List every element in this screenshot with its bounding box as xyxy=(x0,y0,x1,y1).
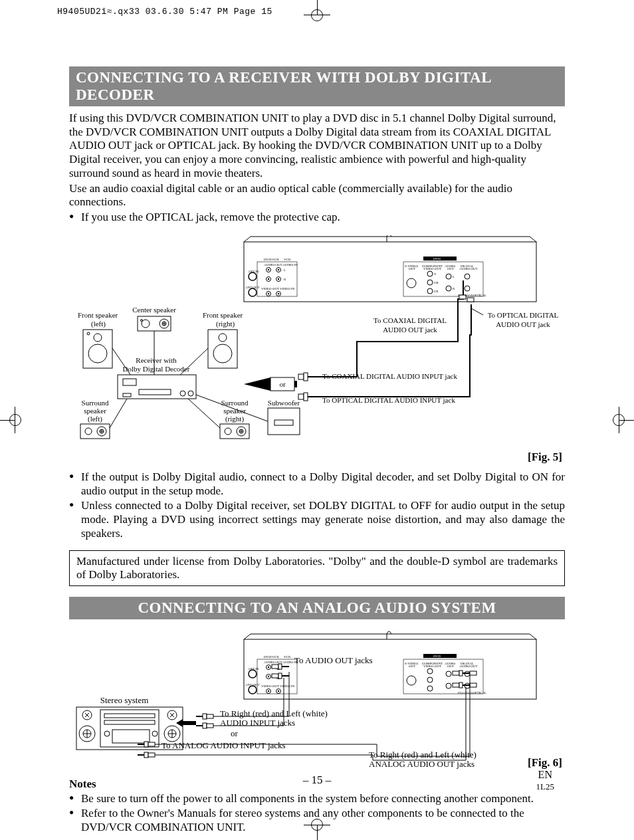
svg-point-25 xyxy=(278,293,279,294)
notes-bullet-1: Be sure to turn off the power to all com… xyxy=(69,792,565,806)
svg-point-14 xyxy=(268,278,269,280)
section-1-title: CONNECTING TO A RECEIVER WITH DOLBY DIGI… xyxy=(69,66,565,106)
svg-text:Front speaker: Front speaker xyxy=(203,311,243,319)
svg-text:OUT: OUT xyxy=(409,665,415,668)
svg-text:speaker: speaker xyxy=(223,407,246,415)
svg-point-149 xyxy=(278,690,279,691)
svg-rect-224 xyxy=(148,753,155,757)
section-1-second: Use an audio coaxial digital cable or an… xyxy=(69,182,565,209)
section-1-bullet-1: If the output is Dolby Digital audio, co… xyxy=(69,471,565,498)
svg-text:or: or xyxy=(231,728,239,738)
svg-rect-111 xyxy=(298,374,304,379)
notes-bullet-2: Refer to the Owner's Manuals for stereo … xyxy=(69,807,565,834)
svg-text:Front speaker: Front speaker xyxy=(78,311,118,319)
svg-line-60 xyxy=(112,348,132,377)
svg-rect-203 xyxy=(100,710,159,747)
svg-rect-185 xyxy=(470,671,476,675)
svg-text:Receiver with: Receiver with xyxy=(136,356,177,364)
svg-rect-72 xyxy=(208,330,237,368)
svg-text:Stereo system: Stereo system xyxy=(100,695,149,705)
svg-text:Center speaker: Center speaker xyxy=(132,306,176,314)
svg-text:OUT: OUT xyxy=(447,267,454,270)
svg-text:or: or xyxy=(279,380,286,388)
svg-text:Y: Y xyxy=(434,272,437,276)
svg-rect-179 xyxy=(453,671,459,675)
svg-point-139 xyxy=(268,675,269,677)
svg-text:speaker: speaker xyxy=(84,407,106,415)
svg-text:DVD/VCR: DVD/VCR xyxy=(264,655,279,659)
svg-text:OUT: OUT xyxy=(447,665,454,668)
svg-rect-221 xyxy=(148,742,155,746)
svg-text:(left): (left) xyxy=(91,320,106,328)
svg-text:AUDIO OUT: AUDIO OUT xyxy=(459,665,478,668)
svg-rect-212 xyxy=(207,714,213,718)
svg-text:DVD: DVD xyxy=(433,655,441,658)
figure-5-label: [Fig. 5] xyxy=(69,451,562,464)
svg-point-135 xyxy=(268,666,269,667)
svg-rect-180 xyxy=(459,671,463,676)
svg-rect-215 xyxy=(207,724,213,728)
svg-rect-126 xyxy=(244,639,536,699)
svg-rect-120 xyxy=(467,298,474,302)
svg-line-75 xyxy=(177,348,208,377)
svg-text:Surround: Surround xyxy=(82,399,109,407)
svg-point-16 xyxy=(278,278,279,280)
svg-line-93 xyxy=(110,399,127,428)
svg-text:AUDIO OUT  jack: AUDIO OUT jack xyxy=(496,320,550,328)
svg-rect-115 xyxy=(298,394,304,399)
svg-line-125 xyxy=(471,308,483,315)
svg-text:AUDIO OUT: AUDIO OUT xyxy=(264,661,282,664)
section-1-intro: If using this DVD/VCR COMBINATION UNIT t… xyxy=(69,112,565,181)
svg-rect-56 xyxy=(83,330,112,368)
svg-text:To COAXIAL DIGITAL: To COAXIAL DIGITAL xyxy=(373,316,447,324)
svg-text:(right): (right) xyxy=(216,320,235,328)
svg-rect-186 xyxy=(470,683,476,687)
svg-text:To AUDIO OUT jacks: To AUDIO OUT jacks xyxy=(294,655,373,665)
svg-text:VIDEO OUT: VIDEO OUT xyxy=(261,287,279,290)
svg-text:DVD: DVD xyxy=(433,257,441,261)
svg-rect-175 xyxy=(272,674,278,678)
footer-code: EN 1L25 xyxy=(536,769,554,792)
crop-mark-left xyxy=(0,407,21,433)
svg-text:L: L xyxy=(284,268,286,272)
section-1-bullet-2: Unless connected to a Dolby Digital rece… xyxy=(69,499,565,540)
svg-text:DVD/VCR: DVD/VCR xyxy=(264,258,279,261)
svg-point-9 xyxy=(268,269,269,270)
svg-text:VCR: VCR xyxy=(284,258,291,261)
svg-point-23 xyxy=(268,293,269,294)
svg-text:VIDEO OUT: VIDEO OUT xyxy=(423,267,441,270)
svg-text:OPTICAL: OPTICAL xyxy=(473,691,486,694)
svg-text:Subwoofer: Subwoofer xyxy=(268,399,300,407)
svg-text:CR: CR xyxy=(434,290,439,293)
svg-rect-211 xyxy=(203,714,207,719)
svg-text:COAXIAL: COAXIAL xyxy=(458,691,473,694)
svg-rect-176 xyxy=(278,673,282,679)
print-job-header: H9405UD2î≈.qx33 03.6.30 5:47 PM Page 15 xyxy=(57,7,272,17)
svg-text:L: L xyxy=(453,275,455,278)
svg-text:To OPTICAL DIGITAL: To OPTICAL DIGITAL xyxy=(488,311,559,319)
svg-point-147 xyxy=(268,690,269,691)
svg-text:AUDIO OUT: AUDIO OUT xyxy=(459,267,478,270)
svg-rect-182 xyxy=(453,683,459,687)
svg-text:AUDIO OUT jack: AUDIO OUT jack xyxy=(383,326,437,334)
crop-mark-right xyxy=(613,407,634,433)
svg-rect-119 xyxy=(459,295,466,299)
svg-rect-116 xyxy=(304,393,308,401)
svg-text:(right): (right) xyxy=(225,415,244,423)
svg-rect-173 xyxy=(278,664,282,669)
svg-text:AUDIO OUT: AUDIO OUT xyxy=(264,263,282,266)
dolby-license-box: Manufactured under license from Dolby La… xyxy=(69,550,565,586)
figure-6-diagram: DVD/VCR VCR AUDIO OUT AUDIO IN ANT.IN AN… xyxy=(69,630,565,770)
svg-text:Dolby Digital Decoder: Dolby Digital Decoder xyxy=(123,365,190,373)
svg-text:(left): (left) xyxy=(88,415,102,423)
svg-rect-78 xyxy=(118,375,196,399)
svg-rect-105 xyxy=(268,408,300,435)
svg-rect-0 xyxy=(244,242,536,302)
svg-rect-172 xyxy=(272,665,278,669)
svg-rect-223 xyxy=(144,752,148,758)
svg-text:OPTICAL: OPTICAL xyxy=(473,294,486,297)
svg-rect-220 xyxy=(144,742,148,747)
svg-rect-214 xyxy=(203,723,207,728)
svg-text:OUT: OUT xyxy=(409,267,415,270)
svg-text:ANALOG AUDIO OUT jacks: ANALOG AUDIO OUT jacks xyxy=(369,759,475,769)
